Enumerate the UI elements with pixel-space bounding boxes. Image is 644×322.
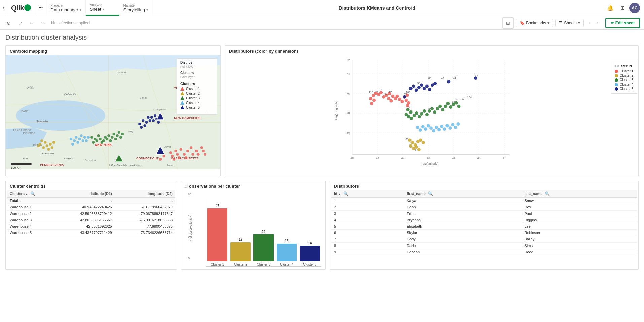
row-lon: -73.719966482979: [115, 204, 175, 211]
row-id: 5: [331, 223, 404, 230]
nav-section-narrate[interactable]: Narrate Storytelling ▾: [119, 0, 153, 16]
svg-point-149: [395, 95, 399, 98]
avatar[interactable]: AC: [629, 3, 640, 13]
svg-text:Jamestown: Jamestown: [40, 152, 54, 155]
undo-icon[interactable]: ↩: [27, 18, 36, 28]
prev-sheet-button[interactable]: ‹: [586, 19, 594, 27]
nav-back-button[interactable]: ‹: [0, 0, 7, 16]
svg-point-217: [429, 126, 433, 130]
edit-sheet-button[interactable]: ✏ Edit sheet: [605, 18, 640, 28]
svg-point-47: [162, 155, 165, 157]
nav-section-main-narrate: Storytelling ▾: [123, 7, 149, 12]
next-sheet-button[interactable]: ›: [594, 19, 602, 27]
scatter-container: -72 -74 -76 -78 -80 40 41 42 43 44 45 46: [225, 55, 638, 176]
legend-label-cluster4: Cluster 4: [186, 101, 200, 105]
row-first: Bryanna: [404, 217, 522, 223]
row-first: Deacon: [404, 249, 522, 255]
row-last: Sims: [522, 243, 637, 249]
legend-clusters-header: Clusters: [180, 82, 213, 86]
svg-point-84: [80, 134, 82, 137]
svg-point-219: [435, 126, 438, 129]
lasso-select-icon[interactable]: ⊙: [4, 18, 13, 28]
map-container[interactable]: Sound Orillia Belleville Toronto Waterlo…: [6, 55, 220, 169]
bar-1[interactable]: [207, 208, 227, 261]
svg-point-175: [403, 95, 406, 99]
col-latitude: latitude (D1): [56, 190, 115, 198]
svg-point-143: [372, 99, 376, 102]
redo-icon[interactable]: ↪: [38, 18, 48, 28]
nav-section-prepare[interactable]: Prepare Data manager ▾: [46, 0, 85, 16]
svg-point-151: [400, 100, 404, 103]
svg-text:-78: -78: [346, 111, 350, 115]
legend-dist-ids-title: Dist ids: [180, 61, 213, 64]
clusters-search-icon[interactable]: 🔍: [30, 191, 35, 196]
first-name-search-icon[interactable]: 🔍: [428, 191, 433, 196]
svg-text:104: 104: [467, 96, 472, 99]
last-name-search-icon[interactable]: 🔍: [545, 191, 550, 196]
nav-section-analyze[interactable]: Analyze Sheet ▾: [86, 0, 119, 16]
svg-point-194: [428, 109, 431, 113]
id-search-icon[interactable]: 🔍: [343, 191, 348, 196]
svg-text:61: 61: [455, 98, 458, 101]
svg-point-82: [76, 141, 79, 144]
fullscreen-icon[interactable]: ⤢: [15, 18, 25, 28]
nav-menu-button[interactable]: •••: [35, 0, 47, 16]
svg-point-163: [409, 87, 413, 90]
svg-point-150: [398, 98, 401, 101]
legend-clusters-sub: Point layer: [180, 75, 213, 79]
bookmarks-button[interactable]: 🔖 Bookmarks ▾: [516, 19, 553, 27]
svg-text:© OpenStreetMap contributors: © OpenStreetMap contributors: [109, 164, 141, 167]
svg-point-71: [111, 136, 113, 139]
svg-point-70: [109, 139, 112, 142]
bar-cluster3[interactable]: 24 Cluster 3: [253, 230, 274, 266]
bar-2[interactable]: [230, 242, 251, 261]
bar-5[interactable]: [300, 246, 320, 261]
scatter-legend-label-4: Cluster 4: [620, 83, 633, 86]
scatter-legend-label-3: Cluster 3: [620, 78, 633, 82]
bar-label-4: Cluster 4: [280, 263, 293, 266]
sheets-button[interactable]: ☰ Sheets ▾: [555, 19, 583, 27]
svg-point-92: [147, 116, 150, 119]
svg-point-220: [437, 128, 441, 131]
grid-icon-button[interactable]: ⊞: [617, 3, 628, 13]
bar-value-3: 24: [262, 230, 265, 234]
svg-text:32: 32: [407, 106, 410, 109]
bar-4[interactable]: [277, 244, 297, 261]
legend-item-cluster2: Cluster 2: [180, 91, 213, 95]
svg-text:Toronto: Toronto: [37, 120, 48, 123]
svg-point-221: [440, 125, 443, 128]
svg-point-169: [425, 84, 429, 88]
svg-point-61: [92, 141, 95, 144]
scatter-legend-label-1: Cluster 1: [620, 69, 633, 73]
svg-point-170: [428, 88, 431, 91]
svg-text:23: 23: [462, 97, 465, 100]
scatter-legend-title: Cluster id: [615, 64, 633, 68]
bar-cluster1[interactable]: 47 Cluster 1: [207, 204, 227, 266]
col-last-name: last_name 🔍: [522, 190, 637, 198]
svg-point-100: [143, 124, 146, 127]
chevron-down-icon: ▾: [80, 8, 81, 12]
grid-view-icon[interactable]: ⊞: [503, 18, 513, 28]
bar-3[interactable]: [253, 234, 274, 261]
svg-text:Cornwall: Cornwall: [116, 71, 127, 74]
svg-rect-107: [11, 163, 31, 165]
bar-cluster2[interactable]: 17 Cluster 2: [230, 238, 251, 266]
bar-cluster4[interactable]: 16 Cluster 4: [277, 239, 297, 266]
bar-value-2: 17: [239, 238, 242, 242]
row-lat: 42.5905538729412: [56, 211, 115, 217]
row-last: Roy: [522, 204, 637, 211]
distributors-panel: Distributors id 🔍 first_name 🔍: [330, 181, 639, 270]
page-content: Distribution cluster analysis Centroid m…: [0, 30, 644, 322]
col-longitude: longitude (D2): [115, 190, 175, 198]
svg-text:42: 42: [401, 156, 404, 160]
svg-text:41: 41: [376, 156, 379, 160]
bell-icon-button[interactable]: 🔔: [605, 3, 616, 13]
scatter-legend-cluster1: Cluster 1: [615, 69, 633, 73]
svg-point-89: [138, 123, 141, 125]
svg-point-198: [438, 105, 442, 108]
svg-point-191: [420, 112, 423, 116]
svg-point-1: [16, 100, 105, 131]
centroids-table: Clusters 🔍 latitude (D1) longitude (D2) …: [7, 190, 175, 236]
bar-cluster5[interactable]: 14 Cluster 5: [300, 241, 320, 266]
svg-point-75: [118, 131, 120, 134]
